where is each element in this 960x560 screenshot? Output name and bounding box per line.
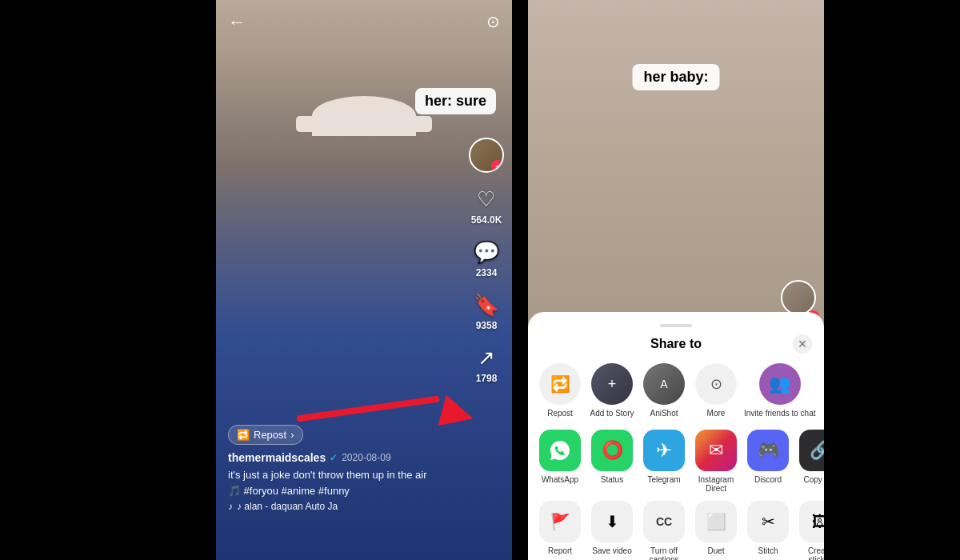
action-captions[interactable]: CC Turn off captions bbox=[640, 501, 688, 560]
action-create-sticker[interactable]: 🖼 Create sticker bbox=[796, 501, 824, 560]
action-stitch[interactable]: ✂ Stitch bbox=[744, 501, 792, 560]
whatsapp-label: WhatsApp bbox=[542, 475, 578, 484]
status-icon: ⭕ bbox=[591, 430, 633, 471]
share-header: Share to × bbox=[528, 337, 824, 351]
app-status[interactable]: ⭕ Status bbox=[588, 430, 636, 493]
comment-icon: 💬 bbox=[474, 240, 499, 265]
stitch-icon: ✂ bbox=[747, 501, 789, 542]
discord-icon: 🎮 bbox=[747, 430, 789, 471]
status-label: Status bbox=[601, 475, 623, 484]
anishot-icon: A bbox=[643, 363, 685, 405]
share-item-invite[interactable]: 👥 Invite friends to chat bbox=[744, 363, 816, 418]
panel-handle bbox=[660, 324, 692, 327]
music-note-icon: ♪ bbox=[228, 501, 233, 512]
duet-label: Duet bbox=[707, 546, 724, 555]
search-icon[interactable]: ⊙ bbox=[486, 12, 500, 33]
create-sticker-icon: 🖼 bbox=[799, 501, 824, 542]
discord-label: Discord bbox=[754, 475, 782, 484]
save-video-label: Save video bbox=[592, 546, 631, 555]
share-item-anishot[interactable]: A AniShot bbox=[640, 363, 688, 418]
create-sticker-label: Create sticker bbox=[796, 546, 824, 560]
verified-icon: ✓ bbox=[330, 452, 338, 463]
instagram-direct-icon: ✉ bbox=[695, 430, 737, 471]
right-phone: her baby: + Share to × 🔁 Repost + Add to… bbox=[528, 0, 824, 560]
anishot-label: AniShot bbox=[650, 409, 678, 418]
bookmark-count: 9358 bbox=[476, 320, 498, 331]
more-label: More bbox=[707, 409, 726, 418]
captions-icon: CC bbox=[643, 501, 685, 542]
comment-action[interactable]: 💬 2334 bbox=[474, 240, 499, 278]
follow-plus-icon[interactable]: + bbox=[491, 160, 504, 173]
bookmark-action[interactable]: 🔖 9358 bbox=[474, 293, 499, 331]
repost-share-label: Repost bbox=[547, 409, 573, 418]
date: 2020-08-09 bbox=[342, 452, 390, 463]
bookmark-icon: 🔖 bbox=[474, 293, 499, 318]
share-icon: ↗ bbox=[478, 346, 495, 370]
close-button[interactable]: × bbox=[793, 334, 812, 354]
add-story-icon: + bbox=[591, 363, 633, 405]
chevron-right-icon: › bbox=[290, 429, 294, 441]
copy-link-label: Copy link bbox=[803, 475, 824, 484]
telegram-icon: ✈ bbox=[643, 430, 685, 471]
report-label: Report bbox=[548, 546, 572, 555]
report-icon: 🚩 bbox=[539, 501, 581, 542]
share-item-more[interactable]: ⊙ More bbox=[692, 363, 740, 418]
share-count: 1798 bbox=[476, 373, 498, 384]
stitch-label: Stitch bbox=[758, 546, 778, 555]
repost-label: Repost bbox=[254, 429, 286, 441]
add-story-label: Add to Story bbox=[590, 409, 634, 418]
action-save-video[interactable]: ⬇ Save video bbox=[588, 501, 636, 560]
app-copylink[interactable]: 🔗 Copy link bbox=[796, 430, 824, 493]
top-bar-left: ← ⊙ bbox=[216, 12, 512, 33]
copy-link-icon: 🔗 bbox=[799, 430, 824, 471]
comment-count: 2334 bbox=[476, 267, 498, 278]
share-bottom-row: 🚩 Report ⬇ Save video CC Turn off captio… bbox=[528, 501, 824, 560]
app-whatsapp[interactable]: WhatsApp bbox=[536, 430, 584, 493]
bottom-info: 🔁 Repost › themermaidscales ✓ 2020-08-09… bbox=[228, 425, 464, 512]
app-discord[interactable]: 🎮 Discord bbox=[744, 430, 792, 493]
action-buttons: + ♡ 564.0K 💬 2334 🔖 9358 ↗ 1798 bbox=[469, 138, 504, 384]
share-top-row: 🔁 Repost + Add to Story A AniShot ⊙ More bbox=[528, 363, 824, 418]
share-apps-row: WhatsApp ⭕ Status ✈ Telegram ✉ Instagram… bbox=[528, 430, 824, 493]
save-video-icon: ⬇ bbox=[591, 501, 633, 542]
like-action[interactable]: ♡ 564.0K bbox=[471, 187, 502, 226]
app-telegram[interactable]: ✈ Telegram bbox=[640, 430, 688, 493]
music-bar: ♪ ♪ alan - daquan Auto Ja bbox=[228, 501, 464, 512]
share-item-repost[interactable]: 🔁 Repost bbox=[536, 363, 584, 418]
repost-button[interactable]: 🔁 Repost › bbox=[228, 425, 303, 445]
repost-share-icon: 🔁 bbox=[539, 363, 581, 405]
video-caption-left: her: sure bbox=[415, 88, 496, 114]
left-phone: her: sure ← ⊙ + ♡ 564.0K 💬 2334 🔖 9358 ↗… bbox=[216, 0, 512, 560]
like-count: 564.0K bbox=[471, 214, 502, 226]
username[interactable]: themermaidscales bbox=[228, 451, 326, 464]
share-item-story[interactable]: + Add to Story bbox=[588, 363, 636, 418]
like-icon: ♡ bbox=[477, 187, 495, 212]
music-text: ♪ alan - daquan Auto Ja bbox=[237, 501, 338, 512]
share-action[interactable]: ↗ 1798 bbox=[476, 346, 498, 384]
whatsapp-icon bbox=[539, 430, 581, 471]
more-icon: ⊙ bbox=[695, 363, 737, 405]
captions-label: Turn off captions bbox=[640, 546, 688, 560]
video-background-right bbox=[528, 0, 824, 336]
action-report[interactable]: 🚩 Report bbox=[536, 501, 584, 560]
caption: it's just a joke don't throw them up in … bbox=[228, 469, 464, 481]
back-icon[interactable]: ← bbox=[228, 12, 246, 33]
hat-brim-shape bbox=[296, 116, 432, 132]
app-instagram-direct[interactable]: ✉ Instagram Direct bbox=[692, 430, 740, 493]
repost-icon: 🔁 bbox=[237, 429, 250, 441]
telegram-label: Telegram bbox=[647, 475, 680, 484]
share-title: Share to bbox=[650, 337, 702, 351]
video-caption-right: her baby: bbox=[632, 64, 719, 90]
avatar[interactable]: + bbox=[469, 138, 504, 173]
share-panel: Share to × 🔁 Repost + Add to Story A Ani… bbox=[528, 312, 824, 560]
username-row: themermaidscales ✓ 2020-08-09 bbox=[228, 451, 464, 464]
action-duet[interactable]: ⬜ Duet bbox=[692, 501, 740, 560]
invite-friends-icon: 👥 bbox=[759, 363, 801, 405]
invite-friends-label: Invite friends to chat bbox=[744, 409, 816, 418]
instagram-direct-label: Instagram Direct bbox=[692, 475, 740, 493]
duet-icon: ⬜ bbox=[695, 501, 737, 542]
hashtags[interactable]: 🎵 #foryou #anime #funny bbox=[228, 485, 464, 497]
